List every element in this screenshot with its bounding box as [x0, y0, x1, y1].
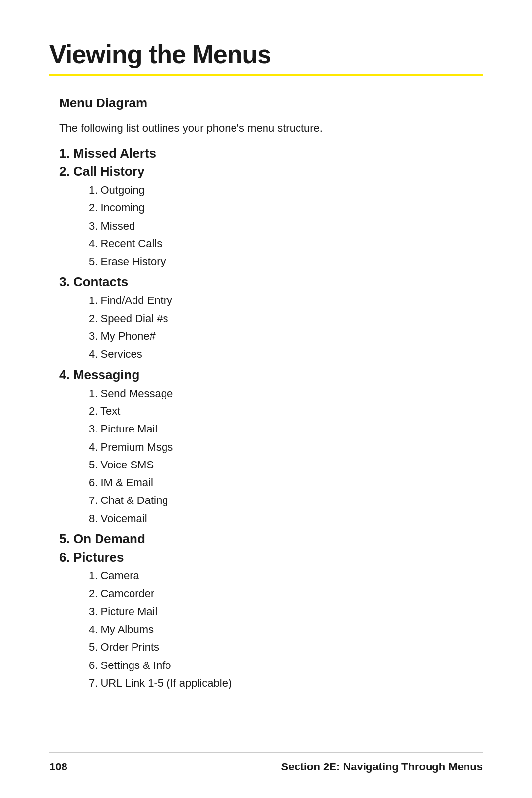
sub-list-item-2-5: 5. Erase History: [89, 253, 483, 270]
intro-text: The following list outlines your phone's…: [59, 120, 483, 136]
sub-list-item-3-2: 2. Speed Dial #s: [89, 310, 483, 328]
sub-list-item-3-3: 3. My Phone#: [89, 328, 483, 345]
sub-list-item-4-6: 6. IM & Email: [89, 474, 483, 492]
sub-list-3: 1. Find/Add Entry2. Speed Dial #s3. My P…: [89, 292, 483, 363]
sub-list-item-2-4: 4. Recent Calls: [89, 235, 483, 253]
sub-list-item-3-4: 4. Services: [89, 345, 483, 363]
sub-list-item-4-2: 2. Text: [89, 402, 483, 420]
menu-item-main-1: 1. Missed Alerts: [59, 146, 483, 161]
sub-list-item-3-1: 1. Find/Add Entry: [89, 292, 483, 309]
menu-section-1: 1. Missed Alerts: [49, 146, 483, 161]
sub-list-item-4-5: 5. Voice SMS: [89, 456, 483, 474]
sub-list-item-2-3: 3. Missed: [89, 217, 483, 235]
sub-list-item-4-1: 1. Send Message: [89, 385, 483, 402]
sub-list-item-6-4: 4. My Albums: [89, 621, 483, 638]
page-title: Viewing the Menus: [49, 39, 483, 69]
menu-section-5: 5. On Demand: [49, 532, 483, 547]
sub-list-item-4-4: 4. Premium Msgs: [89, 438, 483, 456]
menu-list: 1. Missed Alerts2. Call History1. Outgoi…: [49, 146, 483, 692]
sub-list-item-6-6: 6. Settings & Info: [89, 657, 483, 674]
page-container: Viewing the Menus Menu Diagram The follo…: [0, 0, 532, 798]
sub-list-6: 1. Camera2. Camcorder3. Picture Mail4. M…: [89, 567, 483, 692]
sub-list-item-6-2: 2. Camcorder: [89, 585, 483, 602]
title-rule: [49, 74, 483, 76]
menu-section-2: 2. Call History1. Outgoing2. Incoming3. …: [49, 164, 483, 270]
menu-item-main-3: 3. Contacts: [59, 274, 483, 290]
sub-list-item-6-3: 3. Picture Mail: [89, 603, 483, 621]
menu-item-main-2: 2. Call History: [59, 164, 483, 179]
sub-list-item-4-7: 7. Chat & Dating: [89, 492, 483, 509]
footer-section-title: Section 2E: Navigating Through Menus: [281, 761, 483, 773]
footer: 108 Section 2E: Navigating Through Menus: [49, 752, 483, 773]
sub-list-4: 1. Send Message2. Text3. Picture Mail4. …: [89, 385, 483, 528]
menu-section-3: 3. Contacts1. Find/Add Entry2. Speed Dia…: [49, 274, 483, 363]
sub-list-item-4-8: 8. Voicemail: [89, 510, 483, 528]
section-heading: Menu Diagram: [59, 96, 483, 111]
sub-list-item-4-3: 3. Picture Mail: [89, 420, 483, 438]
menu-section-4: 4. Messaging1. Send Message2. Text3. Pic…: [49, 367, 483, 528]
menu-section-6: 6. Pictures1. Camera2. Camcorder3. Pictu…: [49, 550, 483, 692]
sub-list-item-2-1: 1. Outgoing: [89, 181, 483, 199]
sub-list-item-6-1: 1. Camera: [89, 567, 483, 585]
menu-item-main-6: 6. Pictures: [59, 550, 483, 565]
sub-list-2: 1. Outgoing2. Incoming3. Missed4. Recent…: [89, 181, 483, 270]
menu-item-main-5: 5. On Demand: [59, 532, 483, 547]
sub-list-item-2-2: 2. Incoming: [89, 199, 483, 217]
menu-item-main-4: 4. Messaging: [59, 367, 483, 383]
sub-list-item-6-7: 7. URL Link 1-5 (If applicable): [89, 674, 483, 692]
footer-page-number: 108: [49, 761, 67, 773]
sub-list-item-6-5: 5. Order Prints: [89, 638, 483, 656]
